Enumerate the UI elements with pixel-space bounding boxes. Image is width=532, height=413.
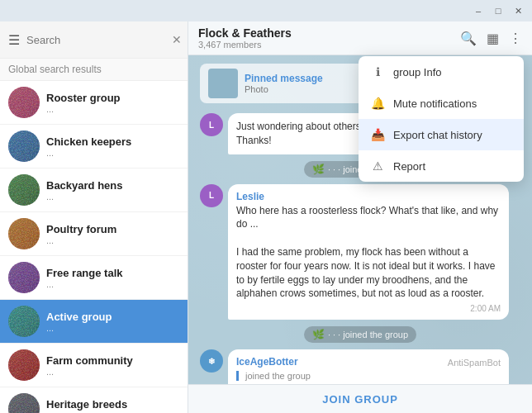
- svg-rect-0: [8, 87, 40, 118]
- dropdown-label-view-group-info: group Info: [393, 66, 442, 78]
- avatar: [8, 306, 40, 337]
- chat-preview: ...: [46, 148, 179, 158]
- chat-name: Active group: [46, 311, 179, 323]
- bubble-joined-notice: joined the group: [236, 371, 501, 381]
- chat-name: Chicken keepers: [46, 135, 179, 148]
- chat-list: Rooster group ... Chicken keepers ... Ba…: [0, 81, 188, 413]
- chat-list-item-1[interactable]: Rooster group ...: [0, 81, 188, 125]
- avatar-L: L: [200, 113, 223, 136]
- avatar: [8, 349, 40, 381]
- hamburger-button[interactable]: ☰: [8, 30, 20, 50]
- chat-preview: ...: [46, 323, 179, 333]
- bubble-sender-leslie: Leslie: [236, 191, 501, 202]
- chat-list-item-8[interactable]: Heritage breeds ...: [0, 387, 188, 413]
- maximize-button[interactable]: □: [492, 5, 504, 17]
- app-body: ☰ ✕ Global search results Rooster group …: [0, 21, 532, 413]
- dropdown-item-mute-notifications[interactable]: 🔔 Mute notifications: [359, 88, 524, 119]
- avatar: [8, 174, 40, 206]
- dropdown-icon-view-group-info: ℹ: [370, 64, 385, 79]
- dropdown-item-view-group-info[interactable]: ℹ group Info: [359, 56, 524, 88]
- dropdown-item-export-chat-history[interactable]: 📥 Export chat history: [359, 119, 524, 150]
- message-row-2: L Leslie Who here has a roosterless floc…: [200, 184, 520, 320]
- dropdown-menu: ℹ group Info🔔 Mute notifications📥 Export…: [359, 56, 524, 182]
- chat-panel: Flock & Feathers 3,467 members 🔍 ▦ ⋮ Pin…: [188, 21, 532, 413]
- avatar: [8, 393, 40, 413]
- minimize-button[interactable]: –: [473, 5, 484, 17]
- avatar: [8, 131, 40, 162]
- system-icon-1: 🌿: [312, 164, 325, 175]
- chat-list-item-6[interactable]: Active group ...: [0, 300, 188, 344]
- chat-name: Backyard hens: [46, 179, 179, 192]
- close-button[interactable]: ✕: [512, 5, 524, 17]
- system-text-2: · · · joined the group: [328, 330, 408, 339]
- chat-preview: ...: [46, 411, 179, 414]
- svg-rect-3: [8, 218, 40, 249]
- avatar-iceage: ❄: [200, 349, 223, 373]
- bubble-time-leslie: 2:00 AM: [236, 304, 501, 313]
- chat-name: Poultry forum: [46, 223, 179, 235]
- join-footer: JOIN GROUP: [188, 384, 532, 413]
- bubble-sender-iceage: IceAgeBotter: [236, 356, 298, 368]
- sidebar: ☰ ✕ Global search results Rooster group …: [0, 21, 188, 413]
- dropdown-icon-mute-notifications: 🔔: [370, 96, 385, 111]
- avatar: [8, 262, 40, 293]
- global-search-label: Global search results: [0, 59, 188, 81]
- layout-icon[interactable]: ▦: [487, 31, 499, 46]
- chat-header-icons: 🔍 ▦ ⋮: [460, 31, 522, 46]
- message-row-ice: ❄ IceAgeBotter AntiSpamBot joined the gr…: [200, 349, 520, 384]
- dropdown-label-export-chat-history: Export chat history: [393, 129, 482, 141]
- search-input[interactable]: [26, 28, 165, 51]
- chat-preview: ...: [46, 279, 179, 289]
- dropdown-icon-report: ⚠: [370, 159, 385, 173]
- title-bar: – □ ✕: [0, 0, 532, 21]
- chat-list-item-5[interactable]: Free range talk ...: [0, 256, 188, 300]
- chat-header-info: Flock & Feathers 3,467 members: [198, 26, 454, 50]
- chat-header: Flock & Feathers 3,467 members 🔍 ▦ ⋮: [188, 21, 532, 55]
- join-group-button[interactable]: JOIN GROUP: [322, 393, 398, 406]
- chat-preview: ...: [46, 367, 179, 377]
- avatar: [8, 218, 40, 249]
- avatar-leslie: L: [200, 184, 223, 207]
- more-options-icon[interactable]: ⋮: [509, 31, 522, 46]
- bubble-leslie: Leslie Who here has a roosterless flock?…: [228, 184, 509, 320]
- chat-list-item-3[interactable]: Backyard hens ...: [0, 169, 188, 212]
- chat-preview: ...: [46, 235, 179, 245]
- chat-name: Flock & Feathers: [198, 26, 454, 40]
- chat-name: Free range talk: [46, 267, 179, 279]
- chat-list-item-2[interactable]: Chicken keepers ...: [0, 125, 188, 169]
- dropdown-icon-export-chat-history: 📥: [370, 127, 385, 142]
- chat-list-item-7[interactable]: Farm community ...: [0, 344, 188, 387]
- bubble-text-leslie: Who here has a roosterless flock? What's…: [236, 204, 501, 301]
- bubble-iceage-wrapper: IceAgeBotter AntiSpamBot joined the grou…: [228, 349, 509, 384]
- chat-name: Rooster group: [46, 92, 179, 104]
- chat-preview: ...: [46, 192, 179, 202]
- pinned-sublabel: Photo: [245, 84, 323, 94]
- chat-name: Heritage breeds: [46, 398, 179, 411]
- chat-members-count: 3,467 members: [198, 40, 454, 50]
- search-clear-button[interactable]: ✕: [172, 33, 182, 46]
- system-message-2: 🌿 · · · joined the group: [304, 326, 416, 343]
- search-icon[interactable]: 🔍: [460, 31, 477, 46]
- dropdown-label-report: Report: [393, 160, 425, 173]
- avatar: [8, 87, 40, 118]
- svg-rect-4: [8, 262, 40, 293]
- pinned-label: Pinned message: [245, 73, 323, 84]
- chat-preview: ...: [46, 104, 179, 114]
- svg-rect-1: [8, 131, 40, 162]
- svg-rect-7: [8, 393, 40, 413]
- svg-rect-2: [8, 174, 40, 206]
- dropdown-item-report[interactable]: ⚠ Report: [359, 150, 524, 182]
- svg-rect-6: [8, 349, 40, 381]
- svg-rect-5: [8, 306, 40, 337]
- chat-name: Farm community: [46, 354, 179, 367]
- bubble-source-iceage: AntiSpamBot: [448, 358, 501, 368]
- bubble-header-iceage: IceAgeBotter AntiSpamBot: [236, 356, 501, 369]
- pinned-thumbnail: [208, 69, 238, 98]
- pinned-info: Pinned message Photo: [245, 73, 323, 94]
- dropdown-label-mute-notifications: Mute notifications: [393, 97, 477, 110]
- system-icon-2: 🌿: [312, 329, 325, 340]
- joined-label: joined the group: [245, 371, 501, 381]
- sidebar-header: ☰ ✕: [0, 21, 188, 59]
- chat-list-item-4[interactable]: Poultry forum ...: [0, 212, 188, 256]
